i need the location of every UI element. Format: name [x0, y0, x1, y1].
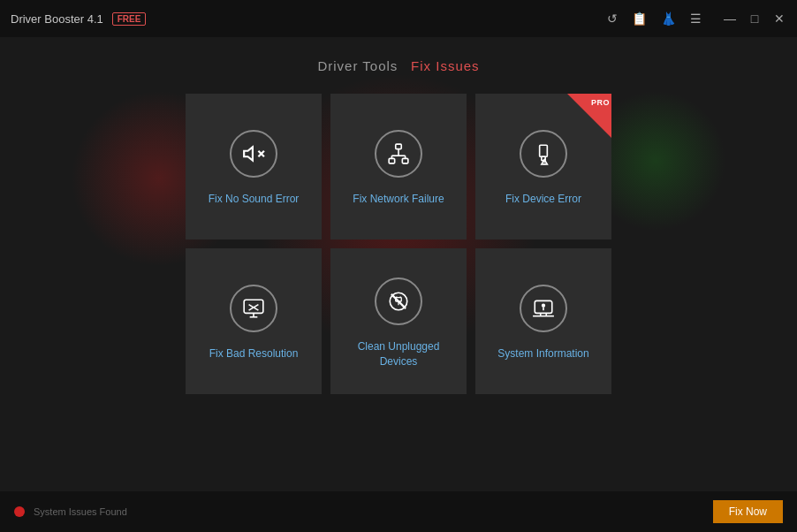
- main-content: Driver Tools Fix Issues Fix No Sound Err…: [0, 37, 797, 491]
- usb-warning-icon: [520, 130, 567, 178]
- free-badge: FREE: [112, 12, 147, 26]
- page-header: Driver Tools Fix Issues: [317, 58, 479, 74]
- card-fix-network-failure[interactable]: Fix Network Failure: [330, 94, 467, 239]
- svg-point-28: [543, 305, 544, 307]
- page-title-highlight: Fix Issues: [411, 58, 480, 73]
- card-fix-no-sound[interactable]: Fix No Sound Error: [186, 94, 322, 239]
- card-system-information[interactable]: System Information: [475, 248, 611, 394]
- card-label-system-information: System Information: [497, 346, 588, 361]
- app-title: Driver Booster 4.1: [11, 12, 103, 26]
- maximize-button[interactable]: □: [748, 11, 762, 26]
- svg-rect-5: [402, 159, 408, 163]
- fix-now-button[interactable]: Fix Now: [713, 500, 783, 523]
- card-fix-bad-resolution[interactable]: Fix Bad Resolution: [186, 248, 322, 394]
- clipboard-icon[interactable]: 📋: [632, 11, 647, 26]
- window-controls: — □ ✕: [723, 11, 786, 26]
- title-bar: Driver Booster 4.1 FREE ↺ 📋 👗 ☰ — □ ✕: [0, 0, 797, 37]
- gift-icon[interactable]: 👗: [661, 11, 676, 26]
- svg-rect-4: [389, 159, 395, 163]
- speaker-mute-icon: [230, 130, 277, 178]
- unplug-icon: [375, 277, 422, 325]
- card-clean-unplugged[interactable]: Clean Unplugged Devices: [330, 248, 467, 394]
- close-button[interactable]: ✕: [772, 11, 786, 26]
- page-title-static: Driver Tools: [317, 58, 406, 73]
- bottom-bar: System Issues Found Fix Now: [0, 491, 797, 532]
- card-label-fix-device-error: Fix Device Error: [505, 192, 581, 207]
- svg-rect-13: [244, 300, 263, 313]
- card-label-clean-unplugged: Clean Unplugged Devices: [341, 339, 456, 369]
- card-fix-device-error[interactable]: PRO Fix Device Error: [475, 94, 611, 239]
- svg-rect-10: [540, 145, 548, 156]
- cards-grid: Fix No Sound Error Fix Network Failure P: [186, 94, 611, 394]
- title-bar-right: ↺ 📋 👗 ☰ — □ ✕: [607, 11, 786, 26]
- card-label-fix-network-failure: Fix Network Failure: [353, 192, 444, 207]
- bottom-left: System Issues Found: [14, 506, 127, 517]
- svg-marker-0: [244, 148, 253, 161]
- network-icon: [375, 130, 422, 178]
- bottom-right: Fix Now: [713, 500, 783, 523]
- title-bar-left: Driver Booster 4.1 FREE: [11, 12, 146, 26]
- card-label-fix-bad-resolution: Fix Bad Resolution: [209, 346, 299, 361]
- svg-rect-3: [396, 144, 402, 148]
- bottom-status-text: System Issues Found: [34, 506, 127, 517]
- monitor-icon: [230, 285, 277, 332]
- restore-icon[interactable]: ↺: [607, 11, 618, 26]
- pro-badge-label: PRO: [591, 98, 610, 107]
- menu-icon[interactable]: ☰: [690, 11, 702, 26]
- card-label-fix-no-sound: Fix No Sound Error: [209, 192, 300, 207]
- laptop-icon: [520, 285, 567, 332]
- status-dot: [14, 506, 25, 517]
- minimize-button[interactable]: —: [723, 11, 737, 26]
